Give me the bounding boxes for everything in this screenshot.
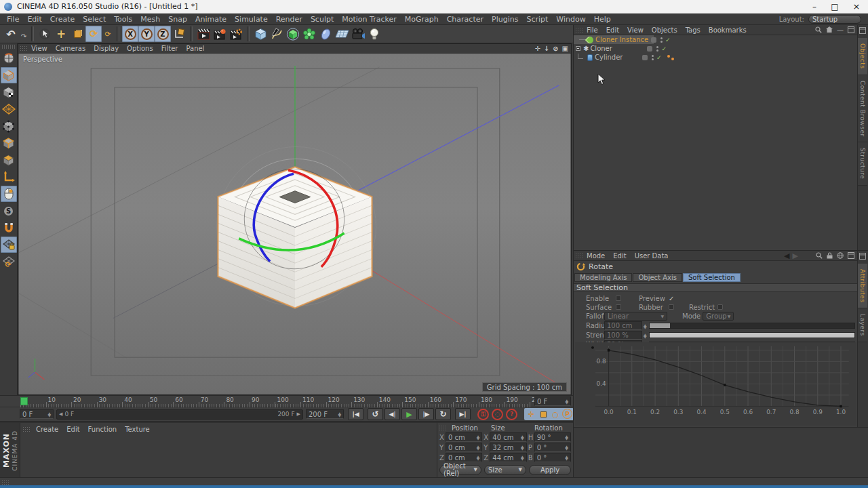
menu-create[interactable]: Create <box>46 15 79 24</box>
menu-select[interactable]: Select <box>79 15 110 24</box>
material-menu-texture[interactable]: Texture <box>121 426 154 433</box>
history-forward-icon[interactable]: ▶ <box>793 251 798 260</box>
menu-tools[interactable]: Tools <box>110 15 136 24</box>
viewport-menu-display[interactable]: Display <box>90 45 123 52</box>
menu-motion-tracker[interactable]: Motion Tracker <box>338 15 400 24</box>
tab-soft-selection[interactable]: Soft Selection <box>683 273 741 282</box>
current-frame-marker[interactable] <box>20 397 28 405</box>
om-menu-edit[interactable]: Edit <box>602 26 623 34</box>
stepper-icon[interactable]: ▲▼ <box>519 455 524 460</box>
size-z-field[interactable]: 44 cm▲▼ <box>490 453 526 462</box>
viewport-menu-cameras[interactable]: Cameras <box>52 45 90 52</box>
record-keyframe-button[interactable]: ⚿ <box>477 409 489 420</box>
size-x-field[interactable]: 40 cm▲▼ <box>490 432 526 442</box>
tab-attributes[interactable]: Attributes <box>858 264 867 308</box>
menu-window[interactable]: Window <box>552 15 589 24</box>
layout-select[interactable]: Startup <box>808 15 861 24</box>
menu-file[interactable]: File <box>3 15 23 24</box>
surface-checkbox[interactable] <box>616 304 621 310</box>
object-row-cloner-instance[interactable]: Cloner Instance ✓ <box>574 35 857 44</box>
add-environment-button[interactable] <box>317 26 334 42</box>
restrict-checkbox[interactable] <box>717 304 723 310</box>
coordinate-system-button[interactable] <box>171 26 187 42</box>
material-menu-edit[interactable]: Edit <box>62 426 83 433</box>
render-to-picture-viewer-button[interactable] <box>212 26 228 42</box>
menu-edit[interactable]: Edit <box>23 15 45 24</box>
menu-sculpt[interactable]: Sculpt <box>307 15 338 24</box>
viewport-menu-view[interactable]: View <box>27 45 52 52</box>
stepper-icon[interactable]: ▲▼ <box>475 435 480 439</box>
stepper-icon[interactable]: ▲▼ <box>564 445 568 449</box>
step-back-button[interactable]: ◀| <box>384 408 400 420</box>
tab-structure[interactable]: Structure <box>858 142 867 185</box>
search-icon[interactable] <box>816 252 823 259</box>
add-camera-button[interactable] <box>350 26 366 42</box>
tab-layers[interactable]: Layers <box>858 308 867 342</box>
layer-chip[interactable] <box>647 46 652 52</box>
mode-select[interactable]: Group▼ <box>703 312 734 321</box>
stepper-icon[interactable]: ▲▼ <box>336 412 341 416</box>
viewport-menu-grip[interactable] <box>20 45 27 52</box>
make-editable-button[interactable] <box>1 50 17 66</box>
layer-chip[interactable] <box>651 37 656 43</box>
range-slider-left-arrow-icon[interactable]: ◀ <box>57 411 64 417</box>
step-forward-button[interactable]: |▶ <box>418 408 434 420</box>
enabled-check-icon[interactable]: ✓ <box>665 37 671 43</box>
material-list-area[interactable] <box>20 434 437 477</box>
key-position-toggle[interactable]: ✛ <box>525 409 537 420</box>
rot-p-field[interactable]: 0 °▲▼ <box>534 443 571 452</box>
menu-help[interactable]: Help <box>590 15 615 24</box>
menu-snap[interactable]: Snap <box>164 15 191 24</box>
preview-checkbox[interactable]: ✓ <box>669 295 674 302</box>
viewport-pan-icon[interactable]: ✛ <box>534 45 540 52</box>
rubber-checkbox[interactable] <box>669 304 674 310</box>
lock-y-axis-button[interactable]: Y <box>138 26 155 42</box>
tab-objects[interactable]: Objects <box>858 38 867 75</box>
radius-slider[interactable] <box>649 323 855 329</box>
stepper-icon[interactable]: ▲▼ <box>564 399 568 403</box>
material-menu-function[interactable]: Function <box>84 426 121 433</box>
pos-y-field[interactable]: 0 cm▲▼ <box>446 443 482 452</box>
menu-script[interactable]: Script <box>522 15 552 24</box>
cloner-cube-object[interactable] <box>218 167 372 308</box>
last-used-tool[interactable]: ⟳ <box>102 26 114 42</box>
goto-start-button[interactable]: |◀ <box>348 408 363 420</box>
enable-checkbox[interactable] <box>616 296 621 301</box>
range-end-field[interactable]: 200 F▲▼ <box>306 409 344 419</box>
workplane-mode-button[interactable] <box>1 101 17 117</box>
viewport-camera-label[interactable]: Perspective <box>23 56 62 63</box>
expand-toggle-icon[interactable] <box>576 46 580 51</box>
object-manager-grip[interactable] <box>575 27 583 33</box>
enabled-check-icon[interactable]: ✓ <box>661 45 667 52</box>
minimize-button[interactable]: – <box>804 2 825 12</box>
stepper-icon[interactable]: ▲▼ <box>46 412 51 416</box>
stepper-icon[interactable]: ▲▼ <box>642 333 647 338</box>
play-forward-button[interactable]: ▶ <box>401 408 417 420</box>
key-parameter-toggle[interactable]: P <box>562 409 572 419</box>
enable-snap-button[interactable] <box>1 220 17 236</box>
om-menu-bookmarks[interactable]: Bookmarks <box>705 26 751 34</box>
minimize-panel-icon[interactable]: — <box>837 26 844 34</box>
lock-icon[interactable] <box>827 252 833 259</box>
strength-slider[interactable] <box>649 332 855 338</box>
object-name[interactable]: Cylinder <box>595 54 641 61</box>
polygons-mode-button[interactable] <box>1 152 17 168</box>
menu-plugins[interactable]: Plugins <box>488 15 522 24</box>
timeline-ruler[interactable]: 0102030405060708090100110120130140150160… <box>0 395 573 407</box>
tab-object-axis[interactable]: Object Axis <box>633 273 682 282</box>
attribute-manager-grip[interactable] <box>575 253 583 259</box>
panel-menu-icon[interactable] <box>859 253 866 260</box>
radius-field[interactable]: 100 cm <box>604 321 642 330</box>
om-menu-view[interactable]: View <box>623 26 648 34</box>
menu-character[interactable]: Character <box>443 15 488 24</box>
am-menu-mode[interactable]: Mode <box>583 252 609 260</box>
viewport-maximize-icon[interactable]: ▣ <box>562 45 568 52</box>
model-mode-button[interactable] <box>1 67 17 83</box>
tag-dot-icon[interactable] <box>667 55 670 58</box>
pos-x-field[interactable]: 0 cm▲▼ <box>446 432 482 442</box>
add-floor-button[interactable] <box>334 26 350 42</box>
edges-mode-button[interactable] <box>1 135 17 151</box>
add-light-button[interactable] <box>366 26 382 42</box>
apply-button[interactable]: Apply <box>529 465 571 475</box>
tag-dot-icon[interactable] <box>671 58 674 60</box>
